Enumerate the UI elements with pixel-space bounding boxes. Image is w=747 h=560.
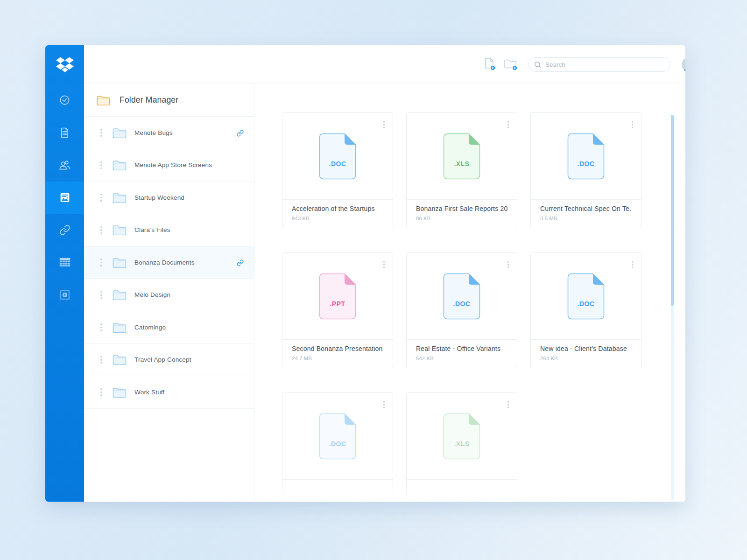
drag-handle-icon[interactable] bbox=[100, 323, 102, 331]
contacts-icon bbox=[59, 160, 70, 170]
file-card[interactable]: .DOCNew idea - Client’s Database264 KB bbox=[530, 252, 641, 368]
file-card[interactable]: .XLSBonanza First Sale Reports 201786 KB bbox=[406, 112, 517, 228]
file-meta: Acceleration of the Startups943 KB bbox=[282, 200, 393, 221]
more-options-icon[interactable] bbox=[506, 259, 511, 270]
file-meta bbox=[407, 480, 517, 485]
file-grid: .DOCAcceleration of the Startups943 KB.X… bbox=[282, 112, 641, 502]
search-input[interactable] bbox=[545, 61, 664, 68]
folder-icon bbox=[113, 354, 127, 365]
folder-icon bbox=[113, 289, 127, 300]
file-card[interactable]: .PPTSecond Bonanza Presentation24.7 MB bbox=[282, 252, 393, 368]
folder-row[interactable]: Work Stuff bbox=[84, 376, 254, 409]
file-preview: .PPT bbox=[282, 253, 393, 340]
folder-row[interactable]: Travel App Concept bbox=[84, 344, 254, 377]
more-options-icon[interactable] bbox=[630, 259, 635, 270]
svg-text:.DOC: .DOC bbox=[578, 300, 595, 308]
file-preview: .XLS bbox=[407, 113, 517, 200]
file-card[interactable]: .DOCReal Estate - Office Variants542 KB bbox=[406, 252, 517, 368]
svg-text:.DOC: .DOC bbox=[578, 160, 595, 168]
file-card[interactable]: .XLS bbox=[406, 392, 517, 502]
drag-handle-icon[interactable] bbox=[100, 226, 102, 234]
folder-row[interactable]: Menote App Store Screens bbox=[84, 149, 254, 182]
folder-row[interactable]: Startup Weekend bbox=[84, 182, 254, 214]
sidebar-item-media-files[interactable] bbox=[45, 182, 84, 214]
file-name: Real Estate - Office Variants bbox=[416, 345, 507, 352]
folder-row[interactable]: Menote Bugs bbox=[84, 117, 254, 149]
folder-name: Menote App Store Screens bbox=[134, 161, 212, 168]
folder-icon bbox=[113, 224, 127, 235]
sidebar-item-add-apps[interactable] bbox=[45, 279, 84, 311]
drag-handle-icon[interactable] bbox=[100, 388, 102, 396]
sidebar-item-shared-links[interactable] bbox=[45, 214, 84, 246]
file-preview: .DOC bbox=[282, 113, 393, 200]
new-file-button[interactable] bbox=[483, 57, 496, 73]
file-card[interactable]: .DOCCurrent Technical Spec On Te...3.5 M… bbox=[530, 112, 641, 228]
folder-row[interactable]: Clara’s Files bbox=[84, 214, 254, 247]
topbar bbox=[84, 45, 685, 84]
more-options-icon[interactable] bbox=[382, 399, 387, 410]
folder-row[interactable]: Catomingo bbox=[84, 311, 254, 344]
folder-name: Bonanza Documents bbox=[134, 259, 195, 266]
file-type-icon: .DOC bbox=[319, 133, 356, 180]
recent-clock-icon bbox=[59, 95, 70, 105]
file-name: Current Technical Spec On Te... bbox=[540, 205, 632, 212]
dropbox-logo[interactable] bbox=[45, 45, 84, 84]
file-preview: .XLS bbox=[407, 393, 517, 480]
drag-handle-icon[interactable] bbox=[100, 129, 102, 137]
file-type-icon: .PPT bbox=[319, 273, 356, 320]
svg-text:.XLS: .XLS bbox=[454, 440, 469, 448]
file-meta bbox=[282, 480, 393, 485]
new-folder-button[interactable] bbox=[503, 57, 518, 73]
drag-handle-icon[interactable] bbox=[100, 356, 102, 364]
file-card[interactable]: .DOCAcceleration of the Startups943 KB bbox=[282, 112, 393, 228]
avatar[interactable] bbox=[682, 57, 685, 72]
file-card[interactable]: .DOC bbox=[282, 392, 393, 502]
file-preview: .DOC bbox=[282, 393, 393, 480]
drag-handle-icon[interactable] bbox=[100, 291, 102, 299]
folder-name: Melo Design bbox=[134, 291, 170, 298]
folder-icon bbox=[113, 127, 127, 138]
file-meta: Real Estate - Office Variants542 KB bbox=[407, 340, 517, 361]
file-name: New idea - Client’s Database bbox=[540, 345, 632, 352]
more-options-icon[interactable] bbox=[382, 259, 387, 270]
scrollbar-thumb[interactable] bbox=[671, 115, 674, 306]
drag-handle-icon[interactable] bbox=[100, 259, 102, 266]
file-size: 542 KB bbox=[416, 356, 507, 361]
folder-icon bbox=[113, 257, 127, 268]
svg-text:.XLS: .XLS bbox=[454, 160, 469, 168]
file-meta: Bonanza First Sale Reports 201786 KB bbox=[407, 200, 517, 221]
folder-row[interactable]: Bonanza Documents bbox=[84, 246, 254, 279]
more-options-icon[interactable] bbox=[506, 119, 511, 130]
folder-list: Menote BugsMenote App Store ScreensStart… bbox=[84, 117, 254, 409]
file-name: Bonanza First Sale Reports 2017 bbox=[416, 205, 507, 212]
new-folder-icon bbox=[503, 57, 518, 71]
shared-link-icon[interactable] bbox=[237, 259, 244, 266]
svg-text:.DOC: .DOC bbox=[453, 300, 471, 308]
file-preview: .DOC bbox=[531, 113, 641, 200]
folder-panel: Folder Manager Menote BugsMenote App Sto… bbox=[84, 84, 254, 502]
drag-handle-icon[interactable] bbox=[100, 161, 102, 169]
file-meta: Current Technical Spec On Te...3.5 MB bbox=[531, 200, 641, 221]
svg-text:.DOC: .DOC bbox=[329, 440, 346, 448]
svg-text:.PPT: .PPT bbox=[330, 300, 345, 308]
more-options-icon[interactable] bbox=[382, 119, 387, 130]
sidebar-item-documents[interactable] bbox=[45, 117, 84, 149]
more-options-icon[interactable] bbox=[630, 119, 635, 130]
more-options-icon[interactable] bbox=[506, 399, 511, 410]
file-size: 24.7 MB bbox=[292, 356, 383, 361]
folder-name: Menote Bugs bbox=[134, 129, 173, 136]
drag-handle-icon[interactable] bbox=[100, 194, 102, 202]
file-name: Acceleration of the Startups bbox=[292, 205, 383, 212]
shared-link-icon[interactable] bbox=[237, 130, 244, 137]
file-type-icon: .DOC bbox=[567, 273, 605, 320]
sidebar-item-grid[interactable] bbox=[45, 246, 84, 279]
svg-text:.DOC: .DOC bbox=[329, 160, 346, 168]
sidebar-item-recent[interactable] bbox=[45, 84, 84, 117]
folder-row[interactable]: Melo Design bbox=[84, 279, 254, 312]
sidebar-item-contacts[interactable] bbox=[45, 149, 84, 182]
sidebar bbox=[45, 45, 84, 502]
folder-manager-icon bbox=[97, 95, 110, 105]
folder-panel-header: Folder Manager bbox=[84, 84, 254, 117]
file-preview: .DOC bbox=[407, 253, 517, 340]
app-window: Folder Manager Menote BugsMenote App Sto… bbox=[45, 45, 685, 502]
